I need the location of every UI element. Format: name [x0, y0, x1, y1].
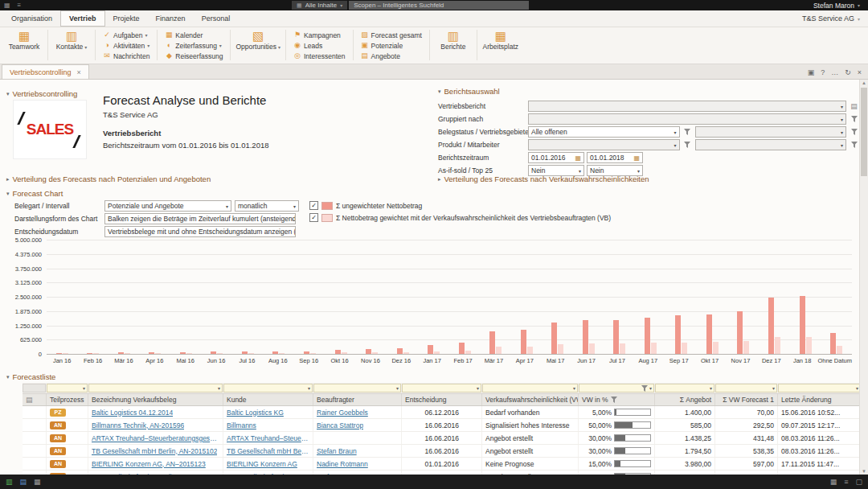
col-header-vw[interactable]: Verkaufswahrscheinlichkeit (VW): [482, 394, 579, 405]
ribbon-nachrichten[interactable]: ✉Nachrichten: [101, 51, 151, 60]
ribbon-kampagnen[interactable]: ⚑Kampagnen: [292, 31, 347, 39]
doc-tab-vertriebscontrolling[interactable]: Vertriebscontrolling ×: [2, 64, 89, 79]
link-beauftragter[interactable]: Stefan Braun: [317, 473, 357, 475]
list-view-icon[interactable]: ≡: [844, 478, 848, 486]
user-menu[interactable]: Stefan Maron ▾: [813, 2, 860, 10]
help-icon[interactable]: ?: [821, 68, 825, 76]
section-verteilung-verkaufswahrscheinlichkeiten[interactable]: ▸ Verteilung des Forecasts nach Verkaufs…: [438, 175, 649, 183]
menu-tab-vertrieb[interactable]: Vertrieb: [60, 10, 105, 27]
ribbon-leads[interactable]: ◉Leads: [292, 41, 347, 50]
close-view-icon[interactable]: ×: [858, 68, 862, 76]
filter-cell-angebot[interactable]: ▾: [655, 384, 714, 392]
quick-access-icon[interactable]: ≡: [18, 2, 22, 9]
ribbon-interessenten[interactable]: ◎Interessenten: [292, 51, 347, 60]
menu-tab-personal[interactable]: Personal: [194, 11, 239, 26]
refresh-icon[interactable]: ↻: [845, 68, 851, 76]
zeitraum-von-date[interactable]: 01.01.2016▦: [528, 152, 584, 163]
belegart-select[interactable]: Potenziale und Angebote▾: [104, 200, 231, 212]
edit-report-icon[interactable]: ▤: [849, 101, 859, 112]
legend-checkbox[interactable]: ✓: [309, 213, 318, 222]
grid-view-icon[interactable]: ▦: [830, 478, 837, 486]
filter-cell-letzte-aenderung[interactable]: ▾: [778, 384, 861, 392]
col-header-letzte-aenderung[interactable]: Letzte Änderung: [778, 394, 862, 405]
filter-cell-forecast1[interactable]: ▾: [715, 384, 777, 392]
ribbon-aktivit-ten[interactable]: ◑Aktivitäten▾: [101, 41, 151, 50]
darstellung-select[interactable]: Balken zeigen die Beträge im Zeitverlauf…: [104, 213, 296, 224]
filter-funnel-icon[interactable]: [849, 140, 859, 150]
col-header-bezeichnung[interactable]: Bezeichnung Verkaufsbeleg: [88, 394, 223, 405]
chart-status-icon[interactable]: ▥: [6, 478, 13, 486]
scrollbar-thumb[interactable]: [861, 88, 867, 176]
link-beauftragter[interactable]: Nadine Rotmann: [317, 460, 368, 468]
col-header-teilprozess[interactable]: Teilprozess: [47, 394, 88, 405]
link-bezeichnung[interactable]: TB Gesellschaft mbH Berlin, AN-2015124: [92, 473, 217, 475]
col-header-beauftragter[interactable]: Beauftragter: [313, 394, 402, 405]
link-bezeichnung[interactable]: Baltic Logistics 04.12.2014: [92, 409, 173, 417]
filter-funnel-icon[interactable]: [682, 127, 693, 138]
ribbon-berichte[interactable]: ▥Berichte: [432, 28, 474, 62]
link-kunde[interactable]: ARTAX Treuhand–Steuerberatu...: [227, 434, 309, 442]
filter-funnel-icon[interactable]: [849, 114, 859, 125]
section-berichtsauswahl[interactable]: ▾ Berichtsauswahl: [438, 87, 859, 96]
mitarbeiter-select[interactable]: ▾: [695, 139, 847, 150]
ribbon-teamwork[interactable]: ▦Teamwork: [3, 28, 45, 62]
ribbon-kalender[interactable]: ▦Kalender: [163, 31, 224, 39]
link-kunde[interactable]: TB Gesellschaft mbH Berlin: [227, 473, 309, 475]
intervall-select[interactable]: monatlich▾: [235, 200, 299, 212]
section-forecastliste[interactable]: ▾ Forecastliste: [6, 372, 55, 381]
search-scope-select[interactable]: ▦ Alle Inhalte ▾: [292, 1, 347, 10]
row-selector-header[interactable]: ▤: [23, 394, 47, 405]
col-header-kunde[interactable]: Kunde: [223, 394, 313, 405]
col-header-vw-prozent[interactable]: VW in %: [579, 394, 655, 405]
app-menu-icon[interactable]: ▦: [4, 2, 10, 9]
vertriebsgebiete-select[interactable]: ▾: [695, 126, 847, 138]
menu-tab-finanzen[interactable]: Finanzen: [148, 11, 194, 26]
menu-tab-organisation[interactable]: Organisation: [3, 11, 60, 26]
link-bezeichnung[interactable]: TB Gesellschaft mbH Berlin, AN-2015102: [92, 447, 217, 455]
scroll-up-icon[interactable]: ▲: [860, 80, 868, 85]
section-forecast-chart[interactable]: ▾ Forecast Chart: [6, 189, 63, 198]
legend-checkbox[interactable]: ✓: [309, 201, 318, 210]
col-header-forecast1[interactable]: Σ VW Forecast 1: [715, 394, 778, 405]
filter-cell-vw[interactable]: ▾: [482, 384, 578, 392]
company-select[interactable]: T&S Service AG ▾: [802, 14, 860, 23]
more-options-icon[interactable]: …: [831, 68, 838, 76]
global-search-input[interactable]: [349, 1, 529, 10]
filter-cell-entscheidung[interactable]: ▾: [402, 384, 481, 392]
filter-cell-kunde[interactable]: ▾: [223, 384, 313, 392]
col-header-entscheidung[interactable]: Entscheidung: [402, 394, 482, 405]
close-tab-icon[interactable]: ×: [77, 68, 81, 76]
link-beauftragter[interactable]: Rainer Goebbels: [317, 409, 368, 417]
scroll-down-icon[interactable]: ▼: [860, 469, 868, 474]
filter-cell-teilprozess[interactable]: ▾: [47, 384, 88, 392]
link-bezeichnung[interactable]: BIERLING Konzern AG, AN–2015123: [92, 460, 206, 468]
sync-status-icon[interactable]: ▤: [20, 478, 27, 486]
vertriebsbericht-select[interactable]: ▾: [528, 101, 846, 112]
ribbon-aufgaben[interactable]: ✓Aufgaben▾: [101, 31, 151, 39]
filter-funnel-icon[interactable]: [682, 140, 693, 150]
link-beauftragter[interactable]: Stefan Braun: [317, 447, 357, 455]
gruppiert-nach-select[interactable]: ▾: [528, 113, 846, 125]
ribbon-angebote[interactable]: ▤Angebote: [359, 51, 424, 60]
ribbon-zeiterfassung[interactable]: ◐Zeiterfassung▾: [163, 41, 224, 50]
link-bezeichnung[interactable]: ARTAX Treuhand–Steuerberatungsgesellscha…: [92, 434, 219, 442]
ribbon-reiseerfassung[interactable]: ◆Reiseerfassung: [163, 51, 224, 60]
filter-cell-vw-prozent[interactable]: ▾: [579, 384, 654, 392]
belegstatus-select[interactable]: Alle offenen▾: [528, 126, 680, 138]
produkt-select[interactable]: ▾: [528, 139, 680, 150]
col-header-angebot[interactable]: Σ Angebot: [655, 394, 715, 405]
link-kunde[interactable]: BIERLING Konzern AG: [227, 460, 297, 468]
filter-cell-beauftragter[interactable]: ▾: [313, 384, 401, 392]
table-row[interactable]: ANBillmanns Technik, AN-201596BillmannsB…: [23, 419, 862, 432]
table-row[interactable]: ANBIERLING Konzern AG, AN–2015123BIERLIN…: [23, 458, 862, 471]
ribbon-potenziale[interactable]: ▣Potenziale: [359, 41, 424, 50]
link-kunde[interactable]: Billmanns: [227, 421, 256, 429]
table-row[interactable]: ANTB Gesellschaft mbH Berlin, AN-2015124…: [23, 471, 862, 475]
filter-funnel-icon[interactable]: [849, 127, 859, 138]
link-bezeichnung[interactable]: Billmanns Technik, AN-201596: [92, 421, 184, 429]
zeitraum-bis-date[interactable]: 01.01.2018▦: [587, 152, 643, 163]
table-row[interactable]: ANTB Gesellschaft mbH Berlin, AN-2015102…: [23, 445, 862, 458]
table-row[interactable]: ANARTAX Treuhand–Steuerberatungsgesellsc…: [23, 432, 862, 445]
ribbon-kontakte[interactable]: ▥Kontakte▾: [51, 28, 92, 62]
link-kunde[interactable]: Baltic Logistics KG: [227, 409, 284, 417]
